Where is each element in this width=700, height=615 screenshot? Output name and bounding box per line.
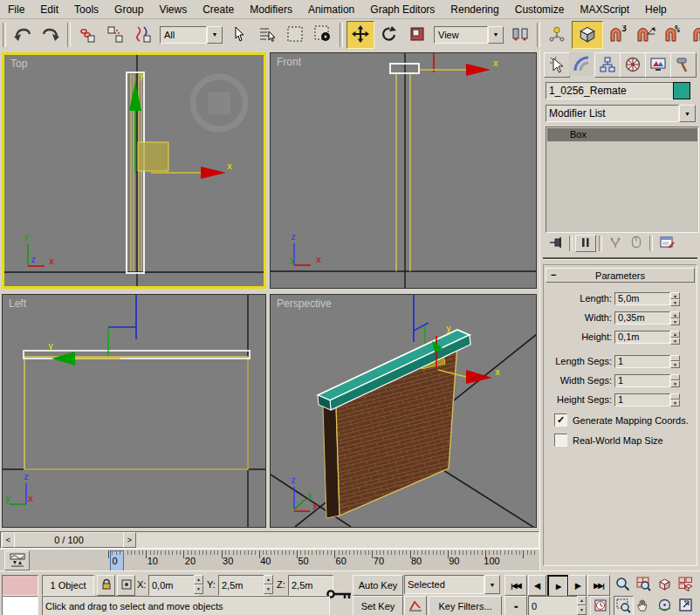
menu-item[interactable]: Edit bbox=[32, 1, 66, 18]
select-object-button[interactable] bbox=[226, 22, 252, 48]
modifier-list-combo[interactable]: Modifier List ▼ bbox=[546, 105, 696, 122]
parameter-field[interactable]: 1 bbox=[614, 393, 670, 407]
key-mode-toggle[interactable]: ▪▪ bbox=[504, 596, 527, 615]
parameter-spinner[interactable]: ▲▼ bbox=[670, 311, 680, 325]
object-name-field[interactable]: 1_0256_Remate bbox=[546, 82, 675, 99]
default-tangent-button[interactable] bbox=[404, 596, 427, 615]
parameter-spinner[interactable]: ▲▼ bbox=[670, 292, 680, 305]
listener-field[interactable] bbox=[2, 596, 38, 615]
real-world-map-size-checkbox[interactable]: Real-World Map Size bbox=[554, 434, 697, 447]
snap-3d-button[interactable]: 3 bbox=[605, 22, 631, 48]
viewport-label[interactable]: Front bbox=[277, 56, 301, 68]
selection-lock-button[interactable] bbox=[97, 575, 115, 596]
parameter-field[interactable]: 1 bbox=[614, 374, 670, 387]
menu-item[interactable]: Animation bbox=[300, 1, 362, 18]
rectangular-selection-region-button[interactable] bbox=[282, 22, 308, 48]
dropdown-arrow-icon[interactable]: ▼ bbox=[488, 26, 504, 44]
viewport-top[interactable]: y x y z x Top bbox=[2, 52, 266, 289]
frame-spinner[interactable]: ▲▼ bbox=[577, 596, 587, 615]
window-crossing-toggle-button[interactable] bbox=[310, 22, 336, 48]
bind-to-space-warp-button[interactable] bbox=[130, 22, 156, 48]
parameter-spinner[interactable]: ▼ bbox=[670, 374, 680, 387]
checkbox-check-icon[interactable] bbox=[554, 434, 567, 447]
move-gizmo-x-arrow[interactable] bbox=[201, 167, 226, 179]
parameter-spinner[interactable]: ▲▼ bbox=[670, 331, 680, 344]
macro-recorder-field[interactable] bbox=[2, 575, 38, 596]
dropdown-arrow-icon[interactable]: ▼ bbox=[207, 26, 223, 44]
collapse-icon[interactable]: − bbox=[551, 269, 556, 282]
y-spinner[interactable]: ▲▼ bbox=[264, 575, 273, 594]
unlink-selection-button[interactable] bbox=[102, 22, 128, 48]
select-and-manipulate-button[interactable] bbox=[544, 22, 570, 48]
menu-item[interactable]: Graph Editors bbox=[362, 1, 443, 18]
key-filters-button[interactable]: Key Filters... bbox=[429, 596, 502, 615]
viewcube-ghost[interactable] bbox=[193, 77, 245, 129]
dropdown-arrow-icon[interactable]: ▼ bbox=[679, 105, 696, 122]
tab-display[interactable] bbox=[645, 52, 671, 78]
menu-item[interactable]: MAXScript bbox=[572, 1, 637, 18]
percent-snap-button[interactable]: % bbox=[661, 22, 687, 48]
viewport-label[interactable]: Left bbox=[9, 297, 26, 310]
reference-coordinate-system-combo[interactable]: View ▼ bbox=[434, 26, 504, 44]
mirror-button[interactable] bbox=[507, 22, 533, 48]
viewport-perspective[interactable]: x y z y x Perspective bbox=[270, 294, 537, 528]
zoom-region-button[interactable] bbox=[614, 596, 634, 615]
select-and-rotate-button[interactable] bbox=[376, 22, 402, 48]
move-gizmo-x-arrow[interactable] bbox=[466, 370, 492, 384]
make-unique-button[interactable] bbox=[605, 236, 626, 250]
zoom-button[interactable] bbox=[614, 575, 632, 594]
tab-utilities[interactable] bbox=[670, 52, 697, 78]
redo-button[interactable] bbox=[38, 22, 64, 48]
prev-frame-button[interactable]: ◀| bbox=[528, 575, 546, 596]
undo-button[interactable] bbox=[10, 22, 36, 48]
menu-item[interactable]: Group bbox=[106, 1, 151, 18]
move-gizmo-x-arrow[interactable] bbox=[466, 64, 491, 76]
wall-wireframe[interactable] bbox=[396, 73, 410, 271]
goto-end-button[interactable]: ▶▶| bbox=[587, 575, 610, 596]
select-and-link-button[interactable] bbox=[74, 22, 100, 48]
checkbox-check-icon[interactable]: ✓ bbox=[554, 413, 567, 427]
select-and-move-button[interactable] bbox=[347, 21, 374, 49]
viewport-label[interactable]: Top bbox=[10, 58, 27, 70]
time-slider-handle[interactable]: 0 / 100 bbox=[14, 532, 124, 548]
time-slider-next-button[interactable]: > bbox=[123, 532, 136, 548]
auto-key-button[interactable]: Auto Key bbox=[353, 575, 403, 596]
viewport-label[interactable]: Perspective bbox=[277, 297, 332, 310]
wall-wireframe[interactable] bbox=[24, 357, 248, 469]
generate-mapping-coords-checkbox[interactable]: ✓ Generate Mapping Coords. bbox=[554, 413, 697, 427]
pin-stack-button[interactable] bbox=[546, 236, 566, 250]
tab-hierarchy[interactable] bbox=[594, 52, 621, 78]
viewport-left[interactable]: y z y x Left bbox=[2, 294, 266, 528]
select-by-name-button[interactable] bbox=[254, 22, 280, 48]
menu-item[interactable]: Rendering bbox=[443, 1, 506, 18]
menu-item[interactable]: File bbox=[0, 1, 32, 18]
modifier-stack-item[interactable]: Box bbox=[547, 128, 697, 141]
menu-item[interactable]: Create bbox=[195, 1, 242, 18]
tab-modify[interactable] bbox=[569, 52, 594, 76]
y-coordinate-field[interactable]: 2,5m bbox=[218, 575, 269, 596]
parameter-field[interactable]: 0,1m bbox=[614, 331, 670, 344]
current-frame-field[interactable]: 0 bbox=[528, 596, 582, 615]
parameter-field[interactable]: 1 bbox=[614, 355, 670, 368]
zoom-extents-button[interactable] bbox=[655, 575, 674, 594]
viewport-front[interactable]: x z y x Front bbox=[270, 52, 537, 289]
pan-button[interactable] bbox=[635, 596, 653, 615]
x-coordinate-field[interactable]: 0,0m bbox=[148, 575, 199, 596]
next-frame-button[interactable]: |▶ bbox=[568, 575, 587, 596]
configure-modifier-sets-button[interactable] bbox=[655, 236, 678, 250]
time-configuration-button[interactable] bbox=[590, 596, 610, 615]
selection-filter-combo[interactable]: All ▼ bbox=[160, 26, 223, 44]
orbit-button[interactable] bbox=[655, 596, 674, 615]
spinner-snap-button[interactable] bbox=[689, 22, 700, 48]
menu-item[interactable]: Customize bbox=[507, 1, 573, 18]
parameters-rollout-header[interactable]: − Parameters bbox=[546, 268, 695, 283]
dropdown-arrow-icon[interactable]: ▼ bbox=[484, 575, 500, 594]
parameter-spinner[interactable]: ▼ bbox=[670, 393, 680, 407]
parameter-field[interactable]: 5,0m bbox=[614, 292, 670, 305]
tab-motion[interactable] bbox=[620, 52, 646, 78]
zoom-all-button[interactable] bbox=[635, 575, 653, 594]
set-keys-button[interactable] bbox=[328, 575, 351, 615]
goto-start-button[interactable]: |◀◀ bbox=[504, 575, 527, 596]
show-end-result-button[interactable] bbox=[575, 235, 596, 252]
x-spinner[interactable]: ▲▼ bbox=[194, 575, 203, 594]
